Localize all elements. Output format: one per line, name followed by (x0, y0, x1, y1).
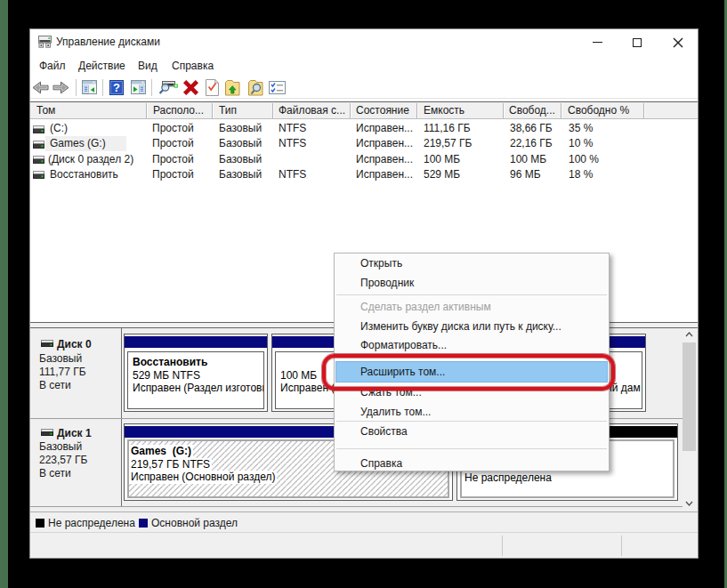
svg-text:?: ? (113, 81, 120, 94)
